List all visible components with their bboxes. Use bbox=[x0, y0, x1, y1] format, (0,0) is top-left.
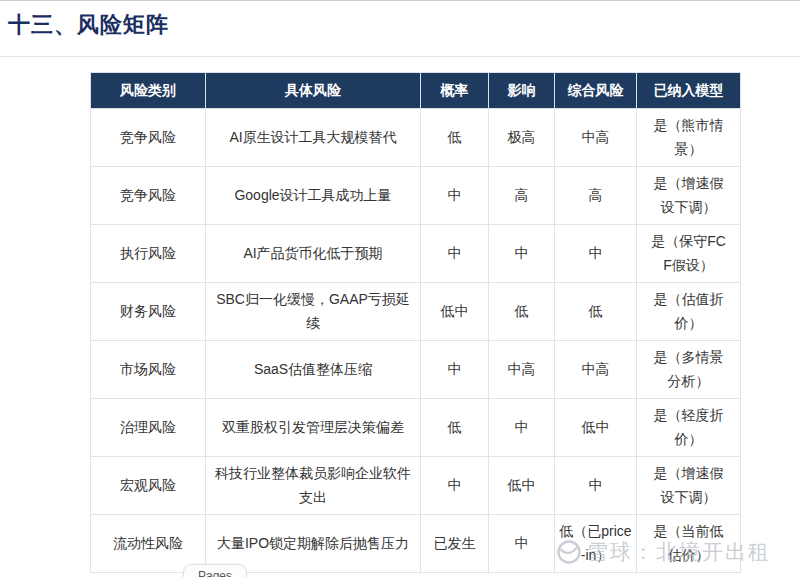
cell-probability: 低 bbox=[421, 109, 489, 167]
column-header-probability: 概率 bbox=[421, 73, 489, 109]
risk-matrix-table: 风险类别 具体风险 概率 影响 综合风险 已纳入模型 竞争风险 AI原生设计工具… bbox=[90, 72, 741, 573]
cell-impact: 中高 bbox=[489, 341, 555, 399]
cell-risk-category: 财务风险 bbox=[91, 283, 206, 341]
page-title: 十三、风险矩阵 bbox=[8, 10, 169, 40]
cell-probability: 中 bbox=[421, 167, 489, 225]
table-row: 宏观风险 科技行业整体裁员影响企业软件支出 中 低中 中 是（增速假设下调） bbox=[91, 457, 741, 515]
cell-specific-risk: SaaS估值整体压缩 bbox=[206, 341, 421, 399]
cell-in-model: 是（增速假设下调） bbox=[637, 457, 741, 515]
cell-in-model: 是（轻度折价） bbox=[637, 399, 741, 457]
cell-risk-category: 治理风险 bbox=[91, 399, 206, 457]
cell-overall-risk: 中高 bbox=[555, 341, 637, 399]
cell-overall-risk: 中高 bbox=[555, 109, 637, 167]
cell-risk-category: 宏观风险 bbox=[91, 457, 206, 515]
cell-in-model: 是（增速假设下调） bbox=[637, 167, 741, 225]
cell-risk-category: 执行风险 bbox=[91, 225, 206, 283]
cell-probability: 中 bbox=[421, 225, 489, 283]
cell-specific-risk: SBC归一化缓慢，GAAP亏损延续 bbox=[206, 283, 421, 341]
cell-probability: 已发生 bbox=[421, 515, 489, 573]
column-header-impact: 影响 bbox=[489, 73, 555, 109]
table-row: 市场风险 SaaS估值整体压缩 中 中高 中高 是（多情景分析） bbox=[91, 341, 741, 399]
cell-probability: 中 bbox=[421, 457, 489, 515]
table-row: 竞争风险 Google设计工具成功上量 中 高 高 是（增速假设下调） bbox=[91, 167, 741, 225]
cell-risk-category: 竞争风险 bbox=[91, 109, 206, 167]
table-header-row: 风险类别 具体风险 概率 影响 综合风险 已纳入模型 bbox=[91, 73, 741, 109]
table-row: 财务风险 SBC归一化缓慢，GAAP亏损延续 低中 低 低 是（估值折价） bbox=[91, 283, 741, 341]
cell-impact: 中 bbox=[489, 225, 555, 283]
cell-risk-category: 竞争风险 bbox=[91, 167, 206, 225]
cell-in-model: 是（估值折价） bbox=[637, 283, 741, 341]
pages-tab[interactable]: Pages bbox=[183, 564, 247, 577]
cell-specific-risk: AI产品货币化低于预期 bbox=[206, 225, 421, 283]
cell-probability: 中 bbox=[421, 341, 489, 399]
cell-probability: 低中 bbox=[421, 283, 489, 341]
table-row: 执行风险 AI产品货币化低于预期 中 中 中 是（保守FCF假设） bbox=[91, 225, 741, 283]
column-header-in-model: 已纳入模型 bbox=[637, 73, 741, 109]
cell-overall-risk: 低 bbox=[555, 283, 637, 341]
cell-overall-risk: 低中 bbox=[555, 399, 637, 457]
cell-risk-category: 市场风险 bbox=[91, 341, 206, 399]
cell-in-model: 是（当前低估价） bbox=[637, 515, 741, 573]
column-header-overall-risk: 综合风险 bbox=[555, 73, 637, 109]
cell-in-model: 是（熊市情景） bbox=[637, 109, 741, 167]
table-row: 竞争风险 AI原生设计工具大规模替代 低 极高 中高 是（熊市情景） bbox=[91, 109, 741, 167]
cell-impact: 中 bbox=[489, 515, 555, 573]
cell-probability: 低 bbox=[421, 399, 489, 457]
cell-specific-risk: 科技行业整体裁员影响企业软件支出 bbox=[206, 457, 421, 515]
cell-impact: 极高 bbox=[489, 109, 555, 167]
cell-in-model: 是（多情景分析） bbox=[637, 341, 741, 399]
pages-tab-label: Pages bbox=[198, 569, 232, 577]
title-bar: 十三、风险矩阵 bbox=[0, 1, 800, 57]
page: { "page": { "title": "十三、风险矩阵", "pages_t… bbox=[0, 0, 800, 577]
cell-specific-risk: 双重股权引发管理层决策偏差 bbox=[206, 399, 421, 457]
cell-specific-risk: Google设计工具成功上量 bbox=[206, 167, 421, 225]
cell-in-model: 是（保守FCF假设） bbox=[637, 225, 741, 283]
cell-impact: 低中 bbox=[489, 457, 555, 515]
column-header-specific-risk: 具体风险 bbox=[206, 73, 421, 109]
cell-overall-risk: 低（已price-in） bbox=[555, 515, 637, 573]
cell-overall-risk: 中 bbox=[555, 225, 637, 283]
cell-impact: 低 bbox=[489, 283, 555, 341]
cell-overall-risk: 高 bbox=[555, 167, 637, 225]
table-row: 治理风险 双重股权引发管理层决策偏差 低 中 低中 是（轻度折价） bbox=[91, 399, 741, 457]
cell-specific-risk: AI原生设计工具大规模替代 bbox=[206, 109, 421, 167]
cell-impact: 高 bbox=[489, 167, 555, 225]
column-header-risk-category: 风险类别 bbox=[91, 73, 206, 109]
cell-impact: 中 bbox=[489, 399, 555, 457]
cell-overall-risk: 中 bbox=[555, 457, 637, 515]
